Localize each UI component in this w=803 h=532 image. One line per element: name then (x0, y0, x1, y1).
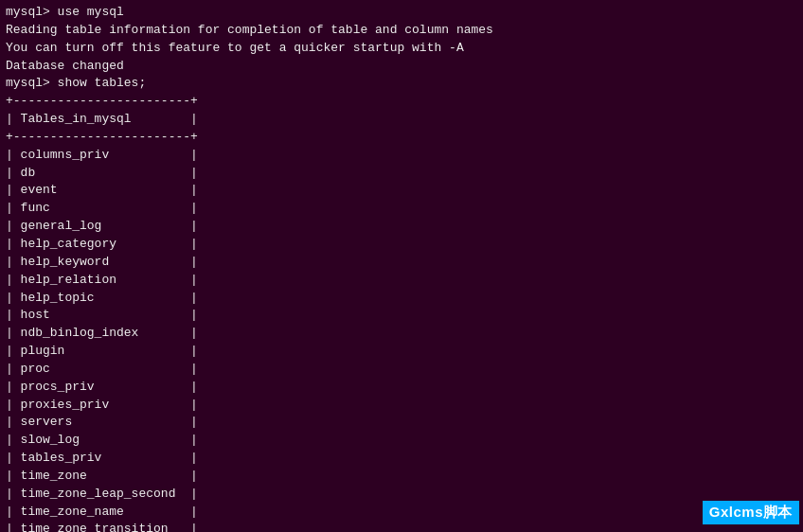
terminal-line: | proc | (6, 361, 797, 379)
terminal-line: | help_category | (6, 236, 797, 254)
terminal-line: | slow_log | (6, 432, 797, 450)
terminal-line: Reading table information for completion… (6, 22, 797, 40)
terminal-line: | db | (6, 165, 797, 183)
terminal-line: | help_topic | (6, 290, 797, 308)
terminal-line: | ndb_binlog_index | (6, 325, 797, 343)
terminal-line: | func | (6, 200, 797, 218)
terminal-line: | general_log | (6, 218, 797, 236)
terminal-line: | time_zone_leap_second | (6, 486, 797, 504)
terminal-line: | plugin | (6, 343, 797, 361)
terminal-line: | time_zone_name | (6, 504, 797, 522)
terminal-line: mysql> show tables; (6, 75, 797, 93)
terminal-line: +------------------------+ (6, 93, 797, 111)
watermark: Gxlcms脚本 (703, 501, 799, 524)
terminal-line: mysql> use mysql (6, 4, 797, 22)
terminal: mysql> use mysqlReading table informatio… (0, 0, 803, 532)
terminal-line: | event | (6, 182, 797, 200)
terminal-line: | columns_priv | (6, 147, 797, 165)
terminal-line: | procs_priv | (6, 379, 797, 397)
terminal-line: | host | (6, 307, 797, 325)
terminal-line: | time_zone_transition | (6, 521, 797, 532)
terminal-line: +------------------------+ (6, 129, 797, 147)
terminal-line: | proxies_priv | (6, 397, 797, 415)
terminal-line: Database changed (6, 58, 797, 76)
terminal-line: | Tables_in_mysql | (6, 111, 797, 129)
terminal-line: | tables_priv | (6, 450, 797, 468)
terminal-line: | help_keyword | (6, 254, 797, 272)
terminal-line: You can turn off this feature to get a q… (6, 40, 797, 58)
terminal-line: | help_relation | (6, 272, 797, 290)
terminal-line: | time_zone | (6, 468, 797, 486)
terminal-line: | servers | (6, 414, 797, 432)
